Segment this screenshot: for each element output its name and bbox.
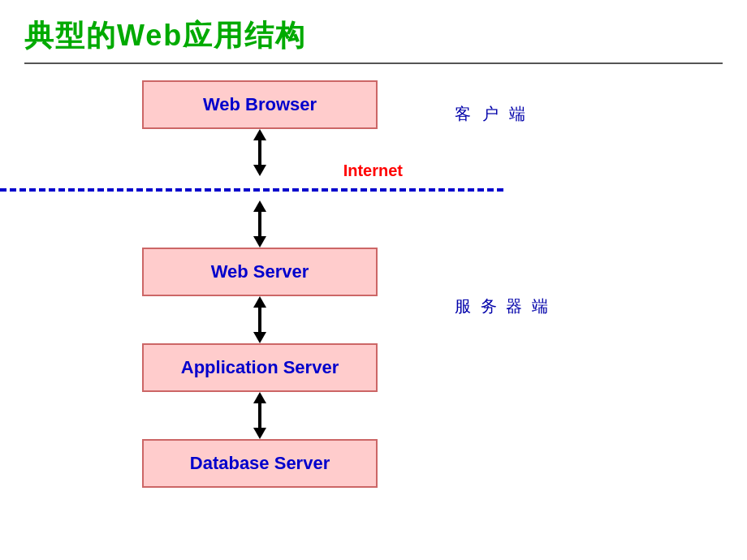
arrow-webserver-appserver (253, 296, 266, 343)
arrow-up-icon-4 (253, 392, 266, 403)
arrow-up-icon (253, 129, 266, 140)
internet-dashed-line (0, 188, 503, 192)
arrow-up-icon-2 (253, 200, 266, 212)
arrow-appserver-dbserver (253, 392, 266, 439)
arrow-shaft-2 (258, 212, 261, 236)
arrow-down-icon-4 (253, 428, 266, 439)
arrow-down-icon (253, 165, 266, 176)
app-server-box: Application Server (142, 343, 378, 392)
db-server-box: Database Server (142, 439, 378, 488)
title-divider (24, 62, 723, 64)
server-label: 服 务 器 端 (455, 295, 551, 317)
arrow-up-icon-3 (253, 296, 266, 308)
client-label: 客 户 端 (455, 103, 551, 125)
web-browser-box: Web Browser (142, 80, 378, 129)
internet-label: Internet (340, 162, 406, 180)
arrow-shaft-4 (258, 403, 261, 428)
arrow-internet-webserver (253, 200, 266, 248)
page-title: 典型的Web应用结构 (24, 16, 723, 56)
arrow-shaft (258, 140, 261, 165)
diagram-area: Web Browser Internet (24, 80, 723, 488)
internet-line-wrapper: Internet (0, 176, 503, 200)
arrow-down-icon-2 (253, 236, 266, 248)
web-server-box: Web Server (142, 248, 378, 296)
arrow-down-icon-3 (253, 332, 266, 343)
internet-section: Internet (89, 176, 430, 200)
arrow-shaft-3 (258, 308, 261, 332)
arrow-browser-internet (253, 129, 266, 176)
page: 典型的Web应用结构 Web Browser Internet (0, 0, 747, 560)
diagram-column: Web Browser Internet (89, 80, 430, 488)
